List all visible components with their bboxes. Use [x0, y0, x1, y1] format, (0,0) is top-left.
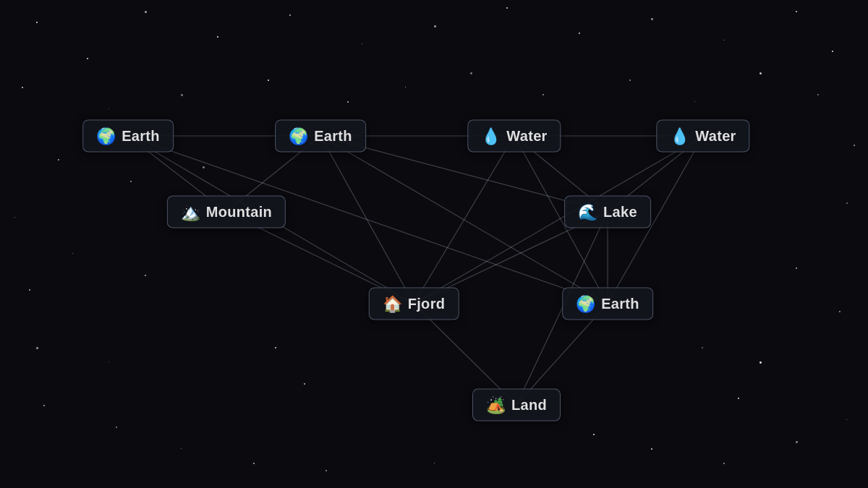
star	[145, 275, 146, 276]
node-water1[interactable]: 💧Water	[467, 120, 561, 153]
star	[326, 470, 327, 471]
star	[109, 361, 109, 362]
star	[203, 166, 205, 168]
node-earth1[interactable]: 🌍Earth	[82, 120, 174, 153]
node-lake[interactable]: 🌊Lake	[564, 196, 651, 228]
star	[738, 398, 739, 399]
star	[760, 361, 762, 364]
land-label: Land	[511, 397, 547, 414]
star	[723, 463, 725, 464]
star	[832, 51, 833, 52]
earth3-icon: 🌍	[576, 296, 595, 312]
star	[796, 441, 798, 443]
star	[434, 25, 436, 27]
node-earth3[interactable]: 🌍Earth	[562, 288, 653, 320]
star	[651, 448, 652, 450]
star	[145, 11, 147, 13]
water1-icon: 💧	[481, 128, 501, 144]
star	[181, 448, 182, 449]
star	[36, 22, 38, 23]
star	[347, 101, 349, 103]
star	[29, 289, 30, 291]
star	[130, 181, 132, 182]
star	[542, 94, 544, 95]
star	[14, 217, 15, 218]
connection-line	[414, 136, 514, 304]
node-fjord[interactable]: 🏠Fjord	[369, 288, 459, 320]
star	[217, 36, 218, 38]
star	[268, 80, 269, 81]
star	[579, 33, 580, 34]
fjord-icon: 🏠	[383, 296, 402, 312]
connection-line	[414, 136, 703, 304]
earth1-label: Earth	[122, 128, 160, 145]
star	[22, 87, 23, 88]
star	[839, 311, 841, 312]
star	[36, 347, 38, 349]
land-icon: 🏕️	[486, 397, 506, 413]
star	[854, 145, 855, 146]
lake-label: Lake	[603, 204, 637, 221]
star	[470, 72, 472, 74]
star	[275, 347, 276, 348]
star	[796, 267, 797, 269]
fjord-label: Fjord	[408, 296, 446, 312]
earth3-label: Earth	[601, 296, 639, 312]
star	[846, 419, 847, 420]
star	[304, 383, 305, 385]
star	[87, 58, 88, 59]
star	[58, 159, 59, 160]
water1-label: Water	[506, 128, 547, 145]
connection-lines	[0, 0, 868, 488]
star	[506, 7, 508, 9]
mountain-icon: 🏔️	[181, 204, 200, 220]
star	[289, 14, 291, 16]
starfield	[0, 0, 868, 488]
star	[796, 11, 797, 12]
star	[434, 463, 435, 463]
star	[694, 101, 695, 102]
node-earth2[interactable]: 🌍Earth	[275, 120, 366, 153]
star	[846, 202, 848, 204]
earth1-icon: 🌍	[96, 128, 116, 144]
star	[253, 463, 255, 464]
star	[72, 253, 73, 254]
water2-label: Water	[695, 128, 736, 145]
earth2-label: Earth	[314, 128, 352, 145]
star	[181, 94, 183, 96]
earth2-icon: 🌍	[289, 128, 308, 144]
star	[593, 434, 595, 435]
lake-icon: 🌊	[578, 204, 597, 220]
mountain-label: Mountain	[206, 204, 272, 221]
node-mountain[interactable]: 🏔️Mountain	[167, 196, 286, 228]
water2-icon: 💧	[670, 128, 689, 144]
star	[651, 18, 653, 20]
star	[629, 80, 631, 81]
star	[109, 108, 109, 109]
star	[405, 87, 406, 87]
star	[43, 405, 45, 406]
star	[362, 43, 362, 44]
node-land[interactable]: 🏕️Land	[472, 389, 561, 421]
connection-line	[320, 136, 414, 304]
star	[116, 427, 117, 428]
star	[723, 40, 724, 40]
star	[702, 347, 703, 348]
node-water2[interactable]: 💧Water	[656, 120, 749, 153]
star	[817, 94, 819, 95]
star	[760, 72, 762, 74]
